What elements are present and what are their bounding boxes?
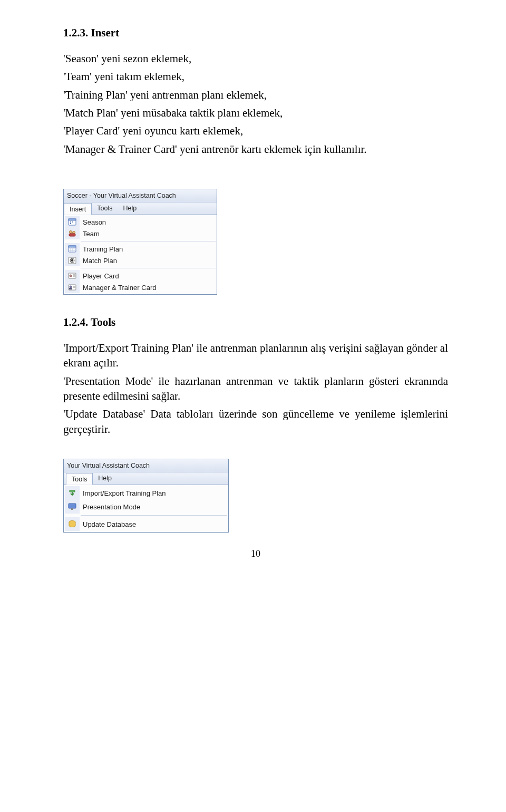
match-plan-icon	[65, 255, 80, 266]
menu-item-label: Match Plan	[80, 257, 117, 265]
menu-insert[interactable]: Insert	[64, 203, 92, 215]
insert-line-6: 'Manager & Trainer Card' yeni antrenör k…	[63, 142, 448, 157]
menu-item-label: Training Plan	[80, 245, 123, 253]
menu-item-player-card[interactable]: Player Card	[65, 270, 216, 282]
insert-line-4: 'Match Plan' yeni müsabaka taktik planı …	[63, 105, 448, 120]
section-heading-tools: 1.2.4. Tools	[63, 316, 448, 329]
tools-paragraph-1: 'Import/Export Training Plan' ile antren…	[63, 341, 448, 371]
menu-separator	[81, 515, 227, 516]
manager-trainer-icon	[65, 282, 80, 293]
section-heading-insert: 1.2.3. Insert	[63, 26, 448, 40]
insert-line-1: 'Season' yeni sezon eklemek,	[63, 51, 448, 66]
menu-item-label: Team	[80, 230, 100, 238]
window-title-bar: Soccer - Your Virtual Assistant Coach	[64, 189, 217, 202]
menu-tools[interactable]: Tools	[92, 202, 118, 214]
svg-rect-7	[69, 234, 75, 236]
svg-rect-4	[70, 223, 71, 224]
svg-rect-3	[72, 221, 73, 223]
insert-line-3: 'Training Plan' yeni antrenman planı ekl…	[63, 88, 448, 102]
season-icon	[65, 216, 80, 228]
window-title: Soccer - Your Virtual Assistant Coach	[67, 192, 176, 199]
menu-item-manager-trainer-card[interactable]: Manager & Trainer Card	[65, 282, 216, 293]
menu-item-match-plan[interactable]: Match Plan	[65, 255, 216, 266]
team-icon	[65, 228, 80, 239]
svg-rect-27	[69, 504, 76, 508]
menu-item-import-export[interactable]: Import/Export Training Plan	[65, 486, 227, 500]
insert-line-5: 'Player Card' yeni oyuncu kartı eklemek,	[63, 123, 448, 138]
menu-separator	[81, 268, 216, 268]
update-database-icon	[65, 517, 80, 531]
screenshot-tools-menu: Your Virtual Assistant Coach Tools Help …	[63, 459, 448, 533]
menu-separator	[81, 241, 216, 241]
svg-rect-28	[71, 508, 73, 510]
svg-rect-1	[69, 219, 76, 220]
window-title: Your Virtual Assistant Coach	[67, 462, 150, 469]
import-export-icon	[65, 486, 80, 500]
menu-item-training-plan[interactable]: Training Plan	[65, 243, 216, 255]
page-number: 10	[63, 548, 448, 559]
menu-item-label: Update Database	[80, 520, 136, 528]
menu-item-presentation-mode[interactable]: Presentation Mode	[65, 500, 227, 514]
insert-dropdown: Season Team Training Plan	[64, 215, 217, 294]
menu-item-label: Player Card	[80, 272, 119, 280]
menu-bar: Tools Help	[64, 472, 228, 485]
screenshot-insert-menu: Soccer - Your Virtual Assistant Coach In…	[63, 189, 448, 295]
tools-paragraph-3: 'Update Database' Data tabloları üzerind…	[63, 407, 448, 437]
menu-help[interactable]: Help	[93, 472, 117, 484]
presentation-icon	[65, 500, 80, 514]
menu-item-label: Season	[80, 218, 106, 226]
menu-item-label: Presentation Mode	[80, 503, 140, 511]
insert-line-2: 'Team' yeni takım eklemek,	[63, 69, 448, 84]
menu-bar: Insert Tools Help	[64, 202, 217, 215]
menu-tools[interactable]: Tools	[66, 473, 93, 485]
menu-item-update-database[interactable]: Update Database	[65, 517, 227, 531]
tools-dropdown: Import/Export Training Plan Presentation…	[64, 485, 228, 532]
menu-item-label: Import/Export Training Plan	[80, 489, 166, 497]
menu-item-label: Manager & Trainer Card	[80, 284, 156, 292]
tools-paragraph-2: 'Presentation Mode' ile hazırlanan antre…	[63, 374, 448, 404]
menu-help[interactable]: Help	[118, 202, 142, 214]
svg-point-18	[70, 275, 72, 277]
svg-rect-9	[69, 246, 76, 247]
svg-rect-24	[69, 288, 72, 289]
svg-rect-2	[70, 221, 71, 223]
training-plan-icon	[65, 243, 80, 255]
svg-point-23	[70, 286, 72, 288]
svg-point-5	[70, 231, 72, 234]
window-title-bar: Your Virtual Assistant Coach	[64, 459, 228, 472]
menu-item-season[interactable]: Season	[65, 216, 216, 228]
player-card-icon	[65, 270, 80, 282]
menu-item-team[interactable]: Team	[65, 228, 216, 239]
